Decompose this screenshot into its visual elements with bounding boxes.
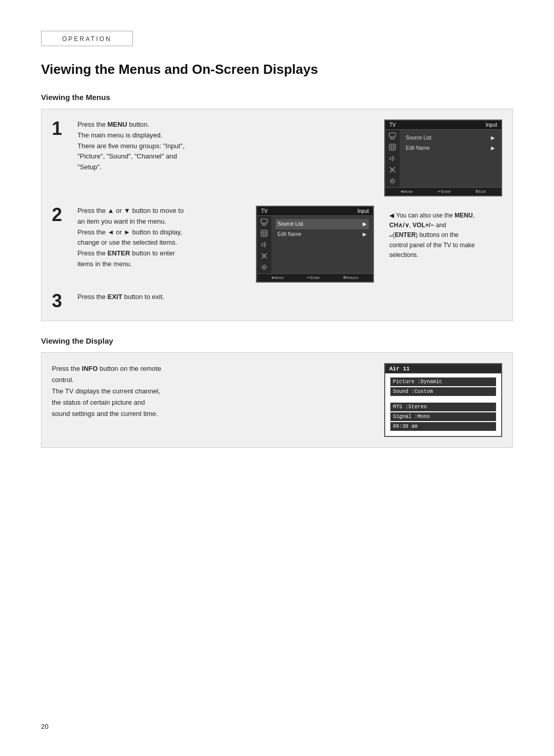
tv2-header: TV Input — [257, 207, 373, 216]
step2-line6: items in the menu. — [77, 259, 246, 270]
tv-info-mts: MTS :Stereo — [390, 403, 496, 411]
tv1-body: Source List ▶ Edit Name ▶ — [385, 130, 501, 187]
svg-marker-9 — [390, 156, 393, 161]
operation-box: Operation — [41, 31, 133, 46]
tv-icon-sound — [387, 154, 398, 163]
step2-row: 2 Press the ▲ or ▼ button to move to an … — [52, 206, 374, 283]
tv1-footer-enter: ↵Enter — [438, 189, 451, 194]
step2-line2: an item you want in the menu. — [77, 216, 246, 227]
note-vol-bold: VOL+/− — [412, 222, 434, 229]
step1-menu-bold: MENU — [108, 121, 127, 128]
tv-info-screen: Air 11 Picture :Dynamic Sound :Custom MT… — [384, 363, 502, 437]
display-content-row: Press the INFO button on the remote cont… — [52, 363, 502, 437]
tv1-header-left: TV — [389, 122, 396, 128]
page-title: Viewing the Menus and On-Screen Displays — [41, 62, 513, 77]
tv-info-channel: Air 11 — [389, 366, 410, 372]
tv-icon-channel — [387, 166, 398, 174]
step1-line5: "Setup". — [77, 162, 374, 173]
svg-marker-23 — [262, 242, 265, 247]
svg-line-16 — [265, 223, 266, 225]
svg-rect-18 — [261, 230, 267, 236]
tv-info-body: Picture :Dynamic Sound :Custom MTS :Ster… — [385, 373, 501, 436]
step3-content: Press the EXIT button to exit. — [77, 292, 502, 303]
section2-heading: Viewing the Display — [41, 336, 513, 345]
section-viewing-display: Viewing the Display Press the INFO butto… — [41, 336, 513, 448]
display-box: Press the INFO button on the remote cont… — [41, 352, 513, 448]
page-container: Operation Viewing the Menus and On-Scree… — [0, 0, 554, 479]
tv1-header-right: Input — [486, 122, 497, 128]
step1-line2: The main menu is displayed. — [77, 130, 374, 141]
tv-info-time: 09:30 am — [390, 422, 496, 431]
step1-content: Press the MENU button. The main menu is … — [77, 120, 374, 173]
tv2-icon-monitor — [259, 218, 269, 226]
tv2-sidebar — [257, 216, 271, 273]
tv2-header-right: Input — [358, 208, 369, 214]
tv-screen-2: TV Input — [256, 206, 374, 283]
display-line1: Press the INFO button on the remote — [52, 363, 374, 374]
tv1-menu-item-source: Source List ▶ — [404, 133, 497, 143]
section1-heading: Viewing the Menus — [41, 93, 513, 102]
tv-info-header: Air 11 — [385, 364, 501, 373]
section-viewing-menus: Viewing the Menus 1 Press the MENU butto… — [41, 93, 513, 321]
svg-line-1 — [391, 137, 391, 139]
step3-row: 3 Press the EXIT button to exit. — [52, 292, 502, 310]
tv2-menu: Source List ▶ Edit Name ▶ — [271, 216, 373, 273]
step3-line: Press the EXIT button to exit. — [77, 292, 502, 303]
svg-rect-14 — [261, 219, 267, 223]
display-line4: the status of certain picture and — [52, 397, 374, 408]
tv1-footer-exit: ⅢExit — [476, 189, 485, 194]
step2-side-note: ◀You can also use the MENU, CH∧/∨, VOL+/… — [389, 206, 502, 260]
tv2-body: Source List ▶ Edit Name ▶ — [257, 216, 373, 273]
step1-line3: There are five menu groups: "Input", — [77, 141, 374, 152]
tv2-footer-return: ⅢReturn — [343, 275, 359, 280]
step1-row: 1 Press the MENU button. The main menu i… — [52, 120, 502, 196]
step2-line1: Press the ▲ or ▼ button to move to — [77, 206, 246, 216]
tv1-footer-move: ♦Move — [401, 189, 413, 194]
tv2-menu-item-source: Source List ▶ — [275, 219, 369, 229]
tv1-footer: ♦Move ↵Enter ⅢExit — [385, 187, 501, 195]
svg-line-2 — [393, 137, 394, 139]
tv2-menu-item-editname: Edit Name ▶ — [275, 229, 369, 240]
svg-rect-0 — [389, 133, 395, 137]
info-bold: INFO — [82, 365, 98, 372]
svg-rect-4 — [389, 144, 395, 150]
step1-line4: "Picture", "Sound", "Channel" and — [77, 151, 374, 162]
side-note-text: ◀You can also use the MENU, CH∧/∨, VOL+/… — [389, 211, 502, 260]
step3-exit-bold: EXIT — [108, 293, 123, 301]
tv-icon-monitor — [387, 132, 398, 140]
page-number: 20 — [41, 723, 48, 730]
tv2-footer-move: ♦Move — [271, 275, 284, 280]
tv1-sidebar — [385, 130, 400, 187]
step2-enter-bold: ENTER — [108, 249, 130, 257]
note-menu-bold: MENU — [454, 212, 472, 219]
step2-left: 2 Press the ▲ or ▼ button to move to an … — [52, 206, 374, 283]
step-box-menus: 1 Press the MENU button. The main menu i… — [41, 109, 513, 321]
note-arrow-icon: ◀ — [389, 212, 394, 219]
display-text: Press the INFO button on the remote cont… — [52, 363, 374, 437]
tv2-icon-setup — [259, 263, 269, 271]
tv1-header: TV Input — [385, 121, 501, 130]
svg-point-13 — [390, 178, 395, 184]
svg-point-26 — [263, 266, 266, 269]
tv-screen-1: TV Input — [384, 120, 502, 196]
tv-info-signal: Signal :Mono — [390, 412, 496, 421]
display-line5: sound settings and the current time. — [52, 408, 374, 420]
step1-number: 1 — [52, 120, 67, 138]
step2-number: 2 — [52, 206, 67, 224]
tv2-icon-channel — [259, 252, 269, 260]
operation-label: Operation — [62, 35, 112, 43]
svg-point-12 — [391, 180, 394, 183]
note-enter-bold: ENTER — [395, 231, 416, 238]
display-line3: The TV displays the current channel, — [52, 386, 374, 397]
step2-content: Press the ▲ or ▼ button to move to an it… — [77, 206, 246, 270]
tv-icon-setup — [387, 177, 398, 185]
step2-line5: Press the ENTER button to enter — [77, 248, 246, 259]
display-line2: control. — [52, 374, 374, 386]
tv2-footer-enter: ↵Enter — [307, 275, 320, 280]
step3-number: 3 — [52, 292, 67, 310]
step2-line4: change or use the selected items. — [77, 237, 246, 248]
tv1-menu-item-editname: Edit Name ▶ — [404, 143, 497, 153]
svg-point-27 — [262, 265, 267, 270]
step2-line3: Press the ◄ or ► button to display, — [77, 227, 246, 238]
tv-icon-picture — [387, 143, 398, 151]
